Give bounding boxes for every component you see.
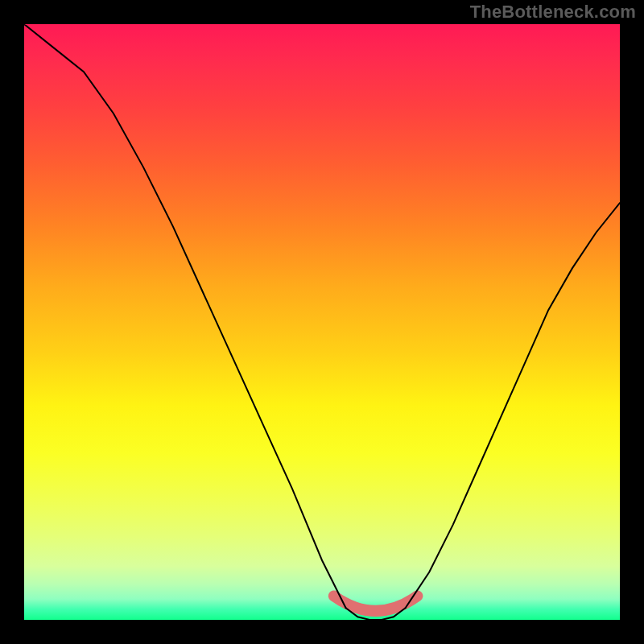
curve-left [24, 24, 346, 608]
curve-right [406, 203, 620, 608]
plot-area [24, 24, 620, 620]
chart-frame: TheBottleneck.com [0, 0, 644, 644]
watermark-text: TheBottleneck.com [470, 2, 636, 23]
curve-svg [24, 24, 620, 620]
